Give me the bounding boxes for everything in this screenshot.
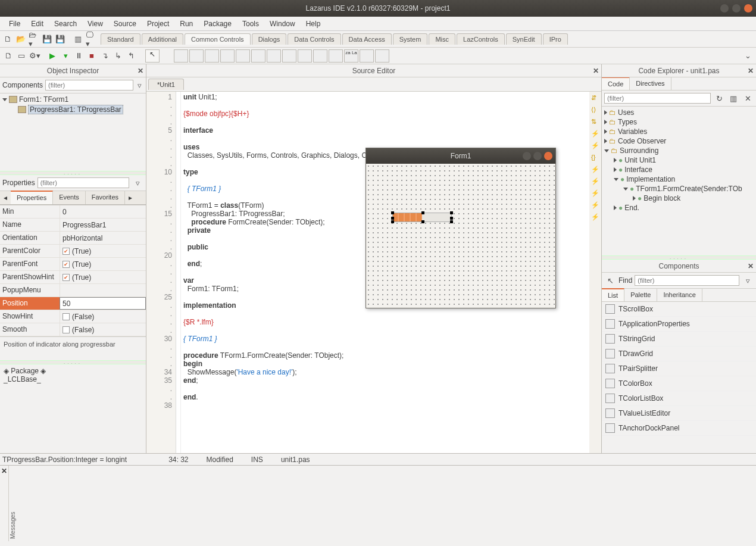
close-messages-icon[interactable]: ✕ [0,466,8,541]
run-icon[interactable]: ▶ [46,50,58,62]
tree-item[interactable]: 🗀 Code Observer [604,136,754,146]
components-filter-input[interactable] [45,80,133,91]
palette-component-icon[interactable] [205,49,219,63]
progressbar-component[interactable] [392,213,452,222]
bolt-icon[interactable]: ⚡ [591,213,599,221]
options-icon[interactable]: ⚙▾ [29,50,40,62]
clear-filter-icon[interactable]: ✕ [742,92,754,104]
menu-view[interactable]: View [82,18,108,30]
tree-item-selected[interactable]: ProgressBar1: TProgressBar [28,105,123,114]
stop-icon[interactable]: ■ [86,50,98,62]
property-row[interactable]: Min0 [0,205,146,219]
filter-icon[interactable]: ▿ [742,274,754,286]
tab-directives[interactable]: Directives [630,77,671,90]
component-list-item[interactable]: TStringGrid [602,332,756,347]
component-list-item[interactable]: TValueListEditor [602,406,756,421]
palette-component-icon[interactable] [329,49,343,63]
new-form-icon[interactable]: ▥ [72,33,84,45]
designer-surface[interactable] [366,164,555,308]
component-list-item[interactable]: TScrollBox [602,302,756,317]
menu-file[interactable]: File [4,18,26,30]
component-list-item[interactable]: TColorListBox [602,391,756,406]
tree-item[interactable]: ● Begin block [604,194,754,203]
close-panel-icon[interactable]: ✕ [748,262,754,270]
bolt-icon[interactable]: ⚡ [591,166,599,174]
tab-ipro[interactable]: IPro [543,33,568,45]
palette-component-icon[interactable] [236,49,250,63]
property-row[interactable]: Position50 [0,297,146,310]
step-into-icon[interactable]: ↳ [112,50,124,62]
filter-clear-icon[interactable]: ▿ [132,177,143,189]
open-file-icon[interactable]: 📂 [15,33,27,45]
palette-component-icon[interactable] [375,49,389,63]
close-panel-icon[interactable]: ✕ [748,67,754,75]
palette-component-icon[interactable]: za La [344,49,358,63]
property-row[interactable]: OrientationpbHorizontal [0,232,146,245]
tree-item[interactable]: ● Interface [604,165,754,174]
tree-item[interactable]: 🗀 Types [604,117,754,127]
property-row[interactable]: ShowHint (False) [0,310,146,323]
build-mode-icon[interactable]: 🖵▾ [85,33,97,45]
menu-project[interactable]: Project [142,18,174,30]
close-panel-icon[interactable]: ✕ [593,67,599,75]
components-list[interactable]: TScrollBoxTApplicationPropertiesTStringG… [602,302,756,453]
new-unit-icon[interactable]: 🗋 [2,50,14,62]
bolt-icon[interactable]: ⚡ [591,177,599,186]
property-row[interactable]: ParentColor✔ (True) [0,245,146,258]
menu-tools[interactable]: Tools [237,18,264,30]
close-icon[interactable] [744,4,752,13]
component-list-item[interactable]: TAnchorDockPanel [602,421,756,436]
tab-favorites[interactable]: Favorites [86,191,125,204]
run-dropdown-icon[interactable]: ▾ [60,50,71,62]
step-out-icon[interactable]: ↰ [125,50,137,62]
property-row[interactable]: PopupMenu [0,284,146,297]
tab-scroll-left[interactable]: ◂ [0,191,11,204]
expand-icon[interactable] [2,98,7,101]
tab-common-controls[interactable]: Common Controls [185,33,251,45]
step-over-icon[interactable]: ↴ [99,50,111,62]
close-panel-icon[interactable]: ✕ [138,67,143,75]
splitter[interactable]: ····· [0,171,146,175]
tab-palette[interactable]: Palette [624,289,657,301]
component-tree[interactable]: Form1: TForm1 ProgressBar1: TProgressBar [0,93,146,171]
palette-component-icon[interactable] [313,49,327,63]
bolt-icon[interactable]: ⚡ [591,130,599,138]
tab-code[interactable]: Code [602,77,630,90]
properties-filter-input[interactable] [38,177,129,188]
menu-edit[interactable]: Edit [26,18,49,30]
form-designer[interactable]: Form1 [365,148,556,308]
menu-run[interactable]: Run [174,18,198,30]
new-file-icon[interactable]: 🗋 [2,33,14,45]
palette-component-icon[interactable] [298,49,312,63]
palette-component-icon[interactable] [360,49,374,63]
braces-icon[interactable]: {} [591,154,599,162]
component-list-item[interactable]: TApplicationProperties [602,317,756,332]
tab-properties[interactable]: Properties [11,191,53,204]
pause-icon[interactable]: ⏸ [73,50,85,62]
menu-window[interactable]: Window [264,18,301,30]
menu-search[interactable]: Search [49,18,82,30]
property-row[interactable]: NameProgressBar1 [0,219,146,232]
maximize-icon[interactable] [533,152,542,160]
close-icon[interactable] [544,152,552,160]
palette-component-icon[interactable] [174,49,188,63]
sort-icon[interactable]: ⇅ [591,118,599,126]
components-find-input[interactable] [635,275,739,286]
bolt-icon[interactable]: ⚡ [591,201,599,210]
splitter[interactable]: ····· [0,360,146,364]
palette-component-icon[interactable] [251,49,265,63]
new-form2-icon[interactable]: ▭ [15,50,27,62]
tab-synedit[interactable]: SynEdit [506,33,542,45]
palette-component-icon[interactable] [267,49,281,63]
tree-item[interactable]: 🗀 Variables [604,127,754,136]
pointer-tool-icon[interactable]: ↖ [604,274,616,286]
tab-inheritance[interactable]: Inheritance [657,289,702,301]
save-icon[interactable]: 💾 [41,33,53,45]
property-row[interactable]: Smooth (False) [0,323,146,336]
bolt-icon[interactable]: ⚡ [591,189,599,198]
property-row[interactable]: ParentFont✔ (True) [0,258,146,271]
property-grid[interactable]: Min0NameProgressBar1OrientationpbHorizon… [0,205,146,336]
tree-item[interactable]: ● TForm1.FormCreate(Sender:TOb [604,184,754,194]
tab-lazcontrols[interactable]: LazControls [457,33,505,45]
code-explorer-filter-input[interactable] [604,93,711,104]
